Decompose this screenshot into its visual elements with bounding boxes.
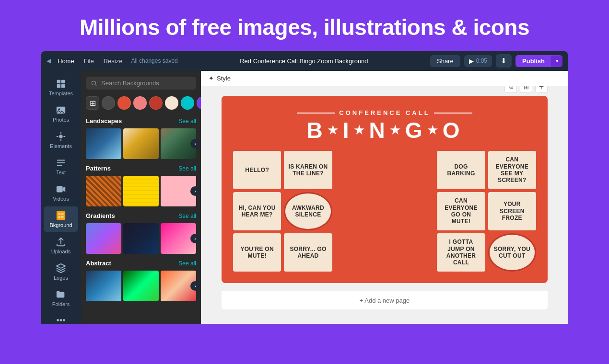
bingo-cell-2-1[interactable]: SORRY... GO AHEAD — [284, 233, 332, 272]
gradient-thumb-2[interactable] — [123, 223, 159, 254]
bingo-cell-2-0[interactable]: YOU'RE ON MUTE! — [233, 233, 281, 272]
bingo-cell-1-4[interactable]: CAN EVERYONE GO ON MUTE! — [437, 192, 485, 230]
sidebar-item-logos[interactable]: Logos — [44, 259, 78, 284]
resize-nav-button[interactable]: Resize — [99, 56, 128, 67]
sidebar-item-folders[interactable]: Folders — [44, 285, 78, 311]
add-page-button[interactable]: + Add a new page — [226, 297, 543, 304]
share-button[interactable]: Share — [430, 55, 460, 67]
bingo-cell-1-3[interactable] — [386, 192, 434, 230]
bingo-cell-0-3[interactable] — [386, 151, 434, 189]
duplicate-button[interactable]: ⧉ — [504, 86, 517, 93]
bingo-cell-0-2[interactable] — [335, 151, 383, 189]
canvas-scroll[interactable]: ⧉ ⊞ + CONFERENCE CALL B ★ I ★ — [201, 86, 568, 324]
bingo-cell-text: YOU'RE ON MUTE! — [237, 246, 277, 260]
landscapes-next-button[interactable]: › — [190, 139, 200, 148]
abstract-title: Abstract — [86, 260, 111, 267]
sidebar-item-text[interactable]: Text — [44, 154, 78, 179]
swatch-salmon[interactable] — [133, 96, 147, 110]
abstract-next-button[interactable]: › — [190, 281, 200, 291]
sidebar-item-background[interactable]: Bkground — [44, 206, 78, 232]
download-button[interactable]: ⬇ — [496, 54, 512, 68]
copy-button[interactable]: ⊞ — [520, 86, 532, 93]
bingo-cell-2-5[interactable]: SORRY, YOU CUT OUT — [488, 233, 536, 272]
swatch-red-orange[interactable] — [117, 96, 131, 110]
svg-rect-3 — [61, 84, 65, 88]
svg-point-5 — [59, 108, 60, 110]
patterns-title: Patterns — [86, 165, 111, 172]
bingo-cell-1-2[interactable] — [335, 192, 383, 230]
patterns-next-button[interactable]: › — [190, 186, 200, 196]
patterns-section: Patterns See all › — [81, 162, 201, 209]
logos-icon — [56, 263, 66, 273]
sidebar-item-uploads[interactable]: Uploads — [44, 233, 78, 258]
add-element-button[interactable]: + — [535, 86, 548, 93]
swatch-pattern[interactable]: ⊞ — [86, 96, 99, 110]
landscape-thumb-2[interactable] — [123, 128, 159, 159]
preview-button[interactable]: ▶ 0:05 — [464, 55, 492, 67]
patterns-see-all[interactable]: See all — [178, 165, 196, 172]
folders-icon — [56, 289, 66, 300]
landscape-thumb-1[interactable] — [86, 128, 121, 159]
abstract-grid: › — [86, 271, 196, 301]
swatch-light-beige[interactable] — [165, 96, 178, 110]
bingo-cell-2-3[interactable] — [386, 233, 434, 272]
svg-rect-2 — [57, 84, 60, 88]
gradients-see-all[interactable]: See all — [178, 213, 196, 219]
swatch-purple[interactable] — [197, 96, 201, 110]
svg-rect-9 — [59, 213, 61, 216]
publish-chevron-button[interactable]: ▾ — [551, 56, 562, 67]
style-button[interactable]: ✦ Style — [209, 75, 231, 82]
bingo-cell-2-2[interactable] — [335, 233, 383, 272]
bingo-cell-text: SORRY... GO AHEAD — [288, 246, 328, 260]
bingo-cell-1-5[interactable]: YOUR SCREEN FROZE — [488, 192, 536, 230]
swatch-coral[interactable] — [149, 96, 163, 110]
back-arrow-icon: ◀ — [47, 57, 51, 64]
bingo-cell-text: CAN EVERYONE GO ON MUTE! — [441, 197, 481, 225]
abstract-see-all[interactable]: See all — [178, 260, 196, 267]
gradients-next-button[interactable]: › — [190, 234, 200, 243]
home-nav-button[interactable]: Home — [53, 56, 79, 67]
bingo-header: CONFERENCE CALL B ★ I ★ N ★ G ★ O — [233, 109, 536, 143]
publish-button[interactable]: Publish — [515, 55, 551, 67]
search-input[interactable] — [101, 80, 191, 87]
abstract-thumb-2[interactable] — [123, 271, 159, 301]
file-nav-button[interactable]: File — [79, 56, 99, 67]
sidebar-item-elements[interactable]: Elements — [44, 127, 78, 153]
bingo-cell-0-4[interactable]: DOG BARKING — [437, 151, 485, 189]
more-options-button[interactable]: ••• — [53, 312, 70, 324]
bingo-cell-1-1[interactable]: AWKWARD SILENCE — [284, 192, 332, 230]
bingo-star-4: ★ — [427, 124, 441, 137]
bingo-cell-0-0[interactable]: HELLO? — [233, 151, 281, 189]
pattern-thumb-2[interactable] — [123, 176, 159, 206]
gradients-grid: › — [86, 223, 196, 254]
swatch-teal[interactable] — [181, 96, 194, 110]
videos-icon — [56, 184, 66, 194]
svg-rect-8 — [57, 211, 65, 220]
sidebar-item-templates[interactable]: Templates — [44, 75, 78, 100]
abstract-thumb-1[interactable] — [86, 271, 121, 301]
canvas-area: ✦ Style ⧉ ⊞ + CONFERENCE CALL — [201, 71, 568, 324]
publish-button-group: Publish ▾ — [515, 55, 562, 67]
pattern-thumb-1[interactable] — [86, 176, 121, 206]
uploads-icon — [56, 237, 66, 247]
sidebar-item-videos[interactable]: Videos — [44, 180, 78, 205]
topbar-nav: ◀ Home File Resize All changes saved — [47, 56, 178, 67]
bingo-cell-text: HELLO? — [245, 167, 269, 173]
gradient-thumb-1[interactable] — [86, 223, 121, 254]
document-title: Red Conference Call Bingo Zoom Backgroun… — [240, 57, 368, 65]
bingo-cell-0-1[interactable]: IS KAREN ON THE LINE? — [284, 151, 332, 189]
canvas-wrapper: ⧉ ⊞ + CONFERENCE CALL B ★ I ★ — [222, 96, 548, 309]
bingo-cell-text: YOUR SCREEN FROZE — [492, 201, 532, 221]
editor-main: Templates Photos Elements Text Videos Bk… — [41, 71, 568, 324]
bingo-n: N — [369, 117, 388, 143]
bingo-o: O — [443, 117, 463, 143]
svg-point-6 — [59, 135, 62, 138]
bingo-cell-2-4[interactable]: I GOTTA JUMP ON ANOTHER CALL — [437, 233, 485, 272]
swatch-dark-gray[interactable] — [102, 96, 115, 110]
bingo-subtitle: CONFERENCE CALL — [233, 109, 536, 116]
landscapes-see-all[interactable]: See all — [178, 118, 196, 125]
sidebar-item-photos[interactable]: Photos — [44, 101, 78, 126]
svg-rect-12 — [61, 216, 64, 218]
bingo-cell-1-0[interactable]: HI, CAN YOU HEAR ME? — [233, 192, 281, 230]
bingo-cell-0-5[interactable]: CAN EVERYONE SEE MY SCREEN? — [488, 151, 536, 189]
